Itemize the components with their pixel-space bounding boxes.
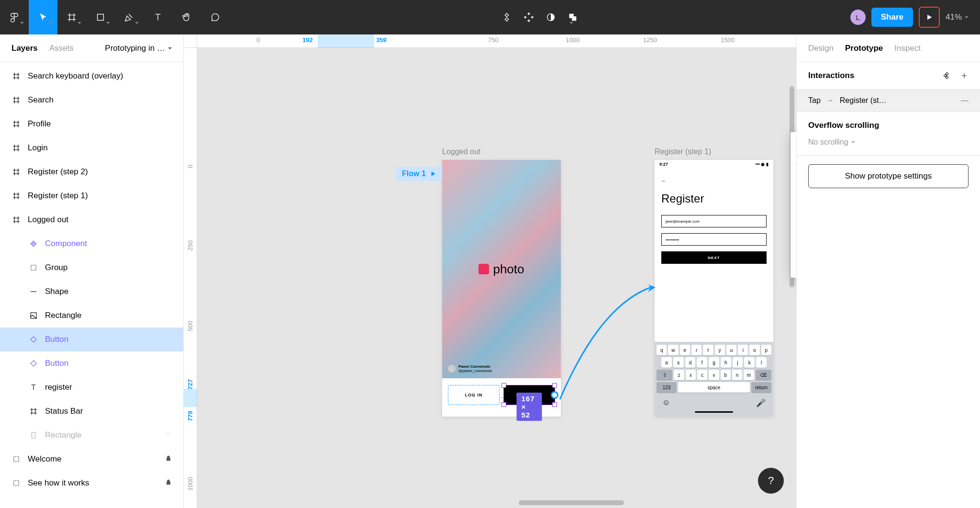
mask-icon[interactable] xyxy=(546,0,556,34)
key-z[interactable]: z xyxy=(674,370,684,380)
layer-label: Search xyxy=(28,95,54,105)
key-a[interactable]: a xyxy=(661,357,672,368)
show-prototype-settings-button[interactable]: Show prototype settings xyxy=(808,164,969,188)
key-n[interactable]: n xyxy=(732,370,742,380)
mic-icon[interactable]: 🎤 xyxy=(756,398,766,407)
layer-frame[interactable]: Login xyxy=(0,136,183,160)
key-w[interactable]: w xyxy=(668,345,678,355)
hand-tool[interactable] xyxy=(172,0,201,34)
shift-key[interactable]: ⇧ xyxy=(657,370,672,380)
interaction-row[interactable]: Tap → Register (st… — xyxy=(797,90,980,112)
remove-interaction-icon[interactable]: — xyxy=(961,96,969,105)
key-e[interactable]: e xyxy=(680,345,690,355)
key-c[interactable]: c xyxy=(697,370,707,380)
key-q[interactable]: q xyxy=(657,345,667,355)
shape-tool[interactable] xyxy=(86,0,115,34)
key-f[interactable]: f xyxy=(697,357,707,368)
help-button[interactable]: ? xyxy=(758,468,784,494)
layer-frame[interactable]: Search xyxy=(0,88,183,112)
return-key[interactable]: return xyxy=(751,382,771,393)
password-input[interactable]: •••••••••• xyxy=(661,233,767,246)
next-button[interactable]: NEXT xyxy=(661,251,767,264)
space-key[interactable]: space xyxy=(678,382,750,393)
layer-frame[interactable]: Register (step 1) xyxy=(0,184,183,208)
tab-prototype[interactable]: Prototype xyxy=(845,44,883,53)
present-play-button[interactable] xyxy=(919,7,940,28)
figma-menu[interactable] xyxy=(0,0,29,34)
key-x[interactable]: x xyxy=(686,370,696,380)
tab-layers[interactable]: Layers xyxy=(11,44,38,53)
horizontal-ruler: 0 192 359 750 1000 1250 1500 xyxy=(197,34,796,48)
frame-icon xyxy=(11,119,21,129)
tab-inspect[interactable]: Inspect xyxy=(894,44,921,53)
layer-frame[interactable]: Profile xyxy=(0,112,183,136)
layer-frame[interactable]: Register (step 2) xyxy=(0,160,183,184)
tab-assets[interactable]: Assets xyxy=(49,44,74,53)
key-y[interactable]: y xyxy=(715,345,725,355)
user-avatar[interactable]: L xyxy=(850,10,866,25)
layer-text[interactable]: register xyxy=(0,375,183,399)
key-t[interactable]: t xyxy=(703,345,713,355)
key-j[interactable]: j xyxy=(733,357,743,368)
frame-register-step1[interactable]: Register (step 1) 9:27••• ◉ ▮ ← Register… xyxy=(655,160,773,417)
key-k[interactable]: k xyxy=(744,357,755,368)
layer-button-selected[interactable]: Button xyxy=(0,327,183,351)
layer-group[interactable]: Group xyxy=(0,256,183,280)
pen-tool[interactable] xyxy=(115,0,144,34)
key-u[interactable]: u xyxy=(726,345,736,355)
lock-icon[interactable] xyxy=(165,478,172,488)
key-b[interactable]: b xyxy=(721,370,731,380)
key-l[interactable]: l xyxy=(756,357,767,368)
emoji-icon[interactable]: ☺ xyxy=(662,398,670,407)
effects-icon[interactable] xyxy=(523,0,534,34)
comment-tool[interactable] xyxy=(201,0,230,34)
zoom-select[interactable]: 41% xyxy=(946,12,969,22)
horizontal-scrollbar[interactable] xyxy=(519,500,624,505)
move-tool[interactable] xyxy=(29,0,57,34)
layer-button[interactable]: Button xyxy=(0,351,183,375)
key-o[interactable]: o xyxy=(749,345,759,355)
key-r[interactable]: r xyxy=(691,345,702,355)
layer-rectangle[interactable]: Rectangle xyxy=(0,304,183,327)
text-tool[interactable] xyxy=(144,0,172,34)
prototype-connection-node[interactable] xyxy=(551,391,558,399)
canvas[interactable]: 0 192 359 750 1000 1250 1500 0 250 500 7… xyxy=(184,34,796,508)
tab-design[interactable]: Design xyxy=(808,44,834,53)
key-m[interactable]: m xyxy=(744,370,754,380)
flow-start-badge[interactable]: Flow 1 xyxy=(396,167,442,181)
backspace-key[interactable]: ⌫ xyxy=(756,370,771,380)
layer-rectangle-hidden[interactable]: Rectangle xyxy=(0,423,183,447)
login-button[interactable]: LOG IN xyxy=(448,385,500,405)
interaction-details-icon[interactable] xyxy=(943,71,951,80)
layer-component[interactable]: Component xyxy=(0,232,183,256)
layer-frame[interactable]: Search keyboard (overlay) xyxy=(0,64,183,88)
share-button[interactable]: Share xyxy=(871,8,913,27)
email-input[interactable]: jane@example.com xyxy=(661,215,767,227)
key-i[interactable]: i xyxy=(738,345,748,355)
lock-icon[interactable] xyxy=(165,454,172,464)
layer-label: Status Bar xyxy=(45,406,83,416)
visibility-icon[interactable] xyxy=(164,430,172,440)
key-p[interactable]: p xyxy=(761,345,771,355)
overflow-select[interactable]: No scrolling xyxy=(808,138,969,147)
key-s[interactable]: s xyxy=(673,357,684,368)
key-h[interactable]: h xyxy=(721,357,731,368)
layer-welcome[interactable]: Welcome xyxy=(0,447,183,471)
components-icon[interactable] xyxy=(501,0,512,34)
numbers-key[interactable]: 123 xyxy=(657,382,677,393)
frame-tool[interactable] xyxy=(57,0,86,34)
add-interaction-icon[interactable] xyxy=(960,71,969,80)
layer-label: Login xyxy=(28,143,48,153)
boolean-icon[interactable] xyxy=(568,0,578,34)
layer-statusbar[interactable]: Status Bar xyxy=(0,399,183,423)
layer-seehow[interactable]: See how it works xyxy=(0,471,183,495)
layer-frame[interactable]: Logged out xyxy=(0,208,183,232)
layer-shape[interactable]: Shape xyxy=(0,280,183,304)
key-v[interactable]: v xyxy=(709,370,719,380)
key-g[interactable]: g xyxy=(709,357,719,368)
file-select[interactable]: Prototyping in … xyxy=(105,44,172,53)
register-button-selected[interactable]: REGISTER 167 × 52 xyxy=(503,385,555,405)
svg-rect-8 xyxy=(14,457,19,462)
key-d[interactable]: d xyxy=(685,357,696,368)
frame-logged-out[interactable]: Logged out Flow 1 photo Pawel Czerwinski… xyxy=(442,160,561,417)
